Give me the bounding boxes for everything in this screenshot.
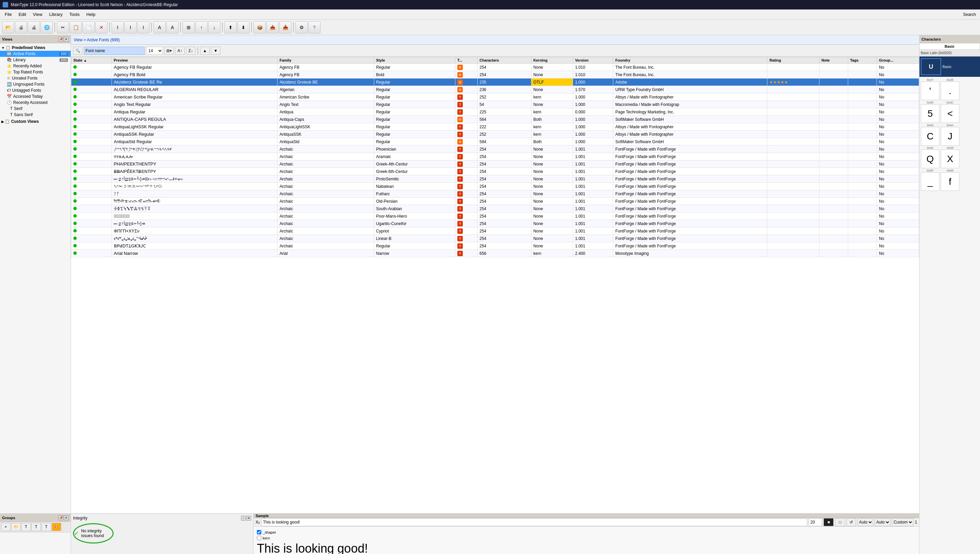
- sidebar-item-recently-added[interactable]: ⭐ Recently Added: [0, 63, 71, 69]
- sidebar-item-top-rated[interactable]: ⭐ Top Rated Fonts: [0, 69, 71, 75]
- integrity-close-btn[interactable]: ✕: [247, 516, 251, 520]
- char-box2[interactable]: J: [941, 127, 959, 145]
- sidebar-item-ungrouped[interactable]: 🔤 Ungrouped Fonts: [0, 81, 71, 87]
- toolbar-open-btn[interactable]: 📂: [2, 21, 14, 34]
- char-box[interactable]: 5: [921, 104, 939, 123]
- shaper-checkbox[interactable]: [257, 530, 261, 534]
- toolbar-group-up-btn[interactable]: ⬆: [224, 21, 237, 34]
- col-tags[interactable]: Tags: [848, 57, 877, 64]
- toolbar-group-down-btn[interactable]: ⬇: [237, 21, 250, 34]
- char-box[interactable]: Q: [921, 150, 939, 168]
- table-row[interactable]: Anglo Text Regular Anglo Text Regular T …: [71, 101, 919, 108]
- table-row[interactable]: ᚠᚡ Archaic Futharc T 254 None 1.001 Font…: [71, 190, 919, 198]
- sample-color-btn[interactable]: ■: [824, 518, 834, 526]
- sample-auto-select1[interactable]: Auto: [857, 518, 873, 526]
- table-row[interactable]: 𐤀𐤁𐤂𐤃𐤄𐤅𐤆𐤇𐤈𐤉𐤊𐤋𐤌𐤍𐤎𐤏𐤐𐤑𐤒𐤓𐤔𐤕 Archaic Phoenicia…: [71, 145, 919, 153]
- sidebar-item-untagged[interactable]: 🏷 Untagged Fonts: [0, 87, 71, 93]
- kern-checkbox[interactable]: [257, 536, 261, 540]
- col-family[interactable]: Family: [277, 57, 374, 64]
- font-search-input[interactable]: [84, 47, 145, 55]
- toolbar-activate-btn[interactable]: I: [111, 21, 124, 34]
- group-text2-btn[interactable]: T: [32, 523, 41, 531]
- table-row[interactable]: ሃሃሉሊሌሎ Archaic Aramaic T 254 None 1.001 …: [71, 153, 919, 160]
- toolbar-install-btn[interactable]: 📦: [253, 21, 266, 34]
- col-foundry[interactable]: Foundry: [613, 57, 767, 64]
- predefined-views-header[interactable]: ▼ 📋 Predefined Views: [0, 45, 71, 51]
- sidebar-item-active-fonts[interactable]: 🔤 Active Fonts 699: [0, 51, 71, 57]
- char-box[interactable]: _: [921, 172, 939, 191]
- toolbar-paste-btn[interactable]: 📄: [83, 21, 95, 34]
- sample-bg-btn[interactable]: □: [835, 518, 845, 526]
- font-group-up-btn[interactable]: ▲: [200, 47, 210, 55]
- font-size-select[interactable]: 14 12 16 18 24: [146, 47, 163, 55]
- table-row[interactable]: Agency FB Bold Agency FB Bold O 254 None…: [71, 71, 919, 78]
- toolbar-cut-btn[interactable]: ✂: [57, 21, 69, 34]
- toolbar-find-btn[interactable]: A: [153, 21, 165, 34]
- menu-library[interactable]: Library: [46, 11, 66, 18]
- char-box[interactable]: ': [921, 81, 939, 100]
- sidebar-item-recently-accessed[interactable]: 🕐 Recently Accessed: [0, 99, 71, 105]
- group-color-btn[interactable]: 🎨: [52, 523, 61, 531]
- sidebar-item-sans-serif[interactable]: T Sans Serif: [0, 112, 71, 118]
- table-row[interactable]: ꔀꔁꔂꔃꔄꔅꔆꔇꔈꔉꔊ Archaic South-Arabian T 254 …: [71, 205, 919, 212]
- groups-pin-btn[interactable]: 📌: [59, 516, 63, 520]
- group-folder-btn[interactable]: 📁: [11, 523, 21, 531]
- table-row[interactable]: ANTIQUA-CAPS REGULA Antiqua-Caps Regular…: [71, 116, 919, 123]
- table-row[interactable]: PHAIPEEKTHENTPY Archaic Greek-4th-Centur…: [71, 160, 919, 168]
- sidebar-item-unrated[interactable]: ☆ Unrated Fonts: [0, 75, 71, 81]
- font-view-btn[interactable]: ⊞▾: [164, 47, 174, 55]
- toolbar-settings-btn[interactable]: ⚙: [296, 21, 308, 34]
- toolbar-deactivate-btn[interactable]: I: [137, 21, 150, 34]
- integrity-min-btn[interactable]: −: [241, 516, 246, 520]
- table-row[interactable]: ɃɃAIPĚEKΤɃENTPY Archaic Greek-6th-Centur…: [71, 168, 919, 175]
- toolbar-copy-btn[interactable]: 📋: [70, 21, 82, 34]
- toolbar-sort-asc-btn[interactable]: ↑: [196, 21, 208, 34]
- toolbar-find2-btn[interactable]: A: [166, 21, 178, 34]
- col-group[interactable]: Group...: [877, 57, 919, 64]
- menu-file[interactable]: File: [2, 11, 15, 18]
- char-box2[interactable]: .: [941, 81, 959, 100]
- col-state[interactable]: State ▲: [71, 57, 112, 64]
- sample-font-size-input[interactable]: [808, 518, 822, 526]
- toolbar-export-btn[interactable]: 📤: [266, 21, 278, 34]
- char-box2[interactable]: f: [941, 172, 959, 191]
- table-row[interactable]: Arial Narrow Arial Narrow T 656 kern 2.4…: [71, 250, 919, 257]
- table-row[interactable]: AntiquaSSK Regular AntiquaSSK Regular T …: [71, 131, 919, 138]
- char-box2[interactable]: <: [941, 104, 959, 123]
- col-kerning[interactable]: Kerning: [531, 57, 573, 64]
- table-row[interactable]: ALGERIAN REGULAR Algerian Regular O 236 …: [71, 86, 919, 93]
- sidebar-item-serif[interactable]: T Serif: [0, 105, 71, 112]
- col-note[interactable]: Note: [819, 57, 848, 64]
- table-row[interactable]: 𐎀𐎁𐎂𐎃𐎄𐎅𐎆𐎇𐎈𐎉𐎊𐎋𐎌𐎍𐎎𐎏𐎐𐎑𐎒𐎓 Archaic ProtoSemiti…: [71, 175, 919, 183]
- table-row[interactable]: 𐎀𐎁𐎂𐎃𐎄𐎅𐎆𐎇𐎈𐎉 Archaic Ugaritic-Cuneifor T 2…: [71, 220, 919, 227]
- table-row[interactable]: ᜀᜁᜂᜃᜄᜅᜆᜇᜈᜉᜊ Archaic Nabatean T 254 None …: [71, 183, 919, 190]
- table-row[interactable]: American Scribe Regular American Scribe …: [71, 93, 919, 101]
- custom-views-header[interactable]: ▶ 📋 Custom Views: [0, 118, 71, 125]
- group-text-btn[interactable]: T: [21, 523, 31, 531]
- char-box[interactable]: C: [921, 127, 939, 145]
- sidebar-item-accessed-today[interactable]: 📅 Accessed Today: [0, 93, 71, 99]
- group-text3-btn[interactable]: T: [41, 523, 51, 531]
- font-filter-btn[interactable]: 🔍: [73, 47, 83, 55]
- table-row[interactable]: Antiqua Regular Antiqua Regular T 225 ke…: [71, 108, 919, 116]
- groups-close-btn[interactable]: ✕: [64, 516, 68, 520]
- col-characters[interactable]: Characters: [477, 57, 531, 64]
- font-sort-za-btn[interactable]: Z↓: [186, 47, 196, 55]
- table-row[interactable]: ΦΠΓΠ×ΧΥΣν Archaic Cypriot T 254 None 1.0…: [71, 227, 919, 235]
- table-row[interactable]: Akzidenz Grotesk BE Re Akzidenz Grotesk …: [71, 78, 919, 86]
- table-row[interactable]: 𐎠𐎡𐎢𐎣𐎤𐎥𐎦𐎧𐎨𐎩𐎪 Archaic Old-Persian T 254 No…: [71, 198, 919, 205]
- col-preview[interactable]: Preview: [111, 57, 277, 64]
- table-row[interactable]: Agency FB Regular Agency FB Regular O 25…: [71, 64, 919, 71]
- toolbar-import-btn[interactable]: 📥: [279, 21, 291, 34]
- toolbar-view-btn[interactable]: ⊞: [183, 21, 195, 34]
- toolbar-activate2-btn[interactable]: I: [124, 21, 137, 34]
- col-type[interactable]: T...: [455, 57, 477, 64]
- table-row[interactable]: ᖠᖡᖢᖣᖤᖥᖦᖧᖨᖩ Archaic Linear-B T 254 None 1…: [71, 235, 919, 242]
- menu-tools[interactable]: Tools: [66, 11, 83, 18]
- toolbar-print2-btn[interactable]: 🖨: [28, 21, 40, 34]
- toolbar-sort-desc-btn[interactable]: ↓: [208, 21, 220, 34]
- toolbar-delete-btn[interactable]: ✕: [95, 21, 108, 34]
- table-row[interactable]: ꓐꓑꓒꓓꓔꓕꓖꓗꓘꓙꓚ Archaic Regular T 254 None 1…: [71, 242, 919, 250]
- views-pin-btn[interactable]: 📌: [59, 37, 63, 42]
- menu-edit[interactable]: Edit: [15, 11, 29, 18]
